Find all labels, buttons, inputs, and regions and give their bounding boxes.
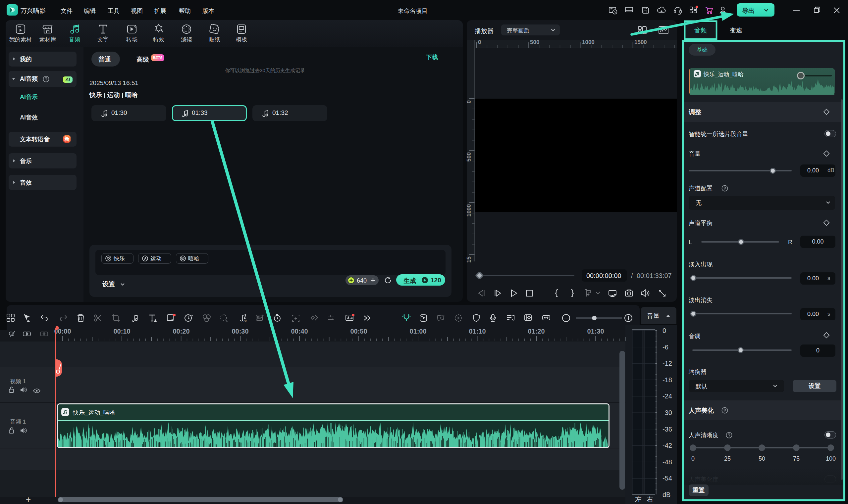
svg-text:左: 左 [635,496,642,503]
svg-text:-24: -24 [662,393,672,400]
svg-text:-48: -48 [662,458,672,466]
svg-text:右: 右 [646,496,653,503]
svg-text:dB: dB [662,491,671,498]
svg-text:-42: -42 [662,442,672,449]
svg-text:-12: -12 [662,360,672,367]
svg-text:-36: -36 [662,426,672,433]
svg-text:-30: -30 [662,409,672,416]
svg-text:-6: -6 [662,343,669,351]
svg-text:-18: -18 [662,376,672,383]
svg-text:-54: -54 [662,474,672,482]
svg-text:0: 0 [662,327,666,334]
